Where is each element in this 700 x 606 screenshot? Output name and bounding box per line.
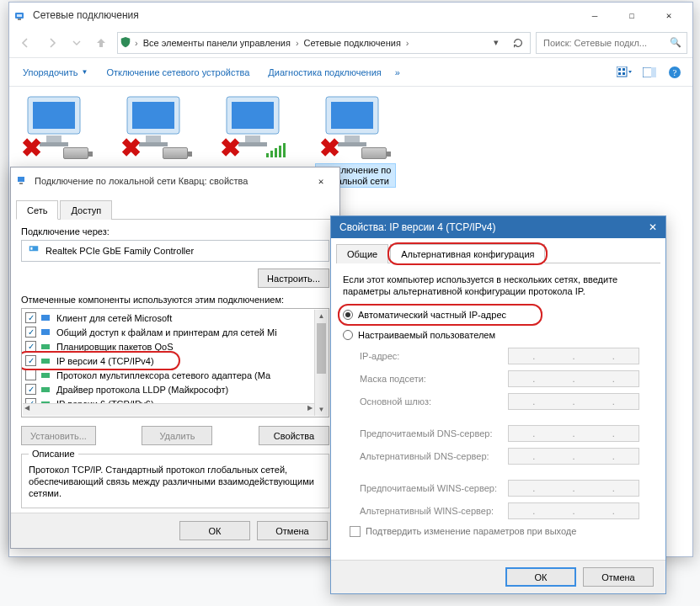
dlg2-footer: ОК Отмена xyxy=(331,560,665,593)
component-item[interactable]: ✓Протокол мультиплексора сетевого адапте… xyxy=(22,368,329,382)
dlg2-close-button[interactable]: ✕ xyxy=(649,221,657,233)
svg-rect-36 xyxy=(41,373,50,378)
field-wins2: Альтернативный WINS-сервер:... xyxy=(360,501,654,521)
svg-rect-6 xyxy=(618,72,621,75)
install-button[interactable]: Установить... xyxy=(21,426,96,445)
configure-button[interactable]: Настроить... xyxy=(258,268,329,288)
components-caption: Отмеченные компоненты используются этим … xyxy=(21,295,329,305)
svg-rect-28 xyxy=(18,177,24,182)
connection-properties-dialog: Подключение по локальной сети Кварц: сво… xyxy=(10,167,340,549)
shield-icon xyxy=(120,36,133,50)
checkbox-icon[interactable]: ✓ xyxy=(25,341,36,352)
component-item-ipv4[interactable]: ✓IP версии 4 (TCP/IPv4) xyxy=(22,354,329,368)
breadcrumb[interactable]: › Все элементы панели управления › Сетев… xyxy=(117,32,531,54)
dlg2-title: Свойства: IP версии 4 (TCP/IPv4) xyxy=(339,221,496,233)
checkbox-icon[interactable]: ✓ xyxy=(25,355,36,366)
tab-network[interactable]: Сеть xyxy=(16,200,58,220)
dlg2-body: Если этот компьютер используется в неско… xyxy=(331,263,665,544)
preview-pane-button[interactable] xyxy=(639,62,660,82)
svg-rect-33 xyxy=(41,329,50,335)
svg-rect-34 xyxy=(41,344,50,349)
more-commands[interactable]: » xyxy=(393,62,402,82)
search-box[interactable]: 🔍 xyxy=(536,32,687,54)
diagnose-button[interactable]: Диагностика подключения xyxy=(261,62,387,82)
svg-rect-9 xyxy=(651,67,656,77)
component-item[interactable]: ✓Планировщик пакетов QoS xyxy=(22,339,329,354)
list-hscrollbar[interactable]: ◀▶ xyxy=(23,403,314,416)
chevron-right-icon[interactable]: › xyxy=(406,38,409,48)
description-text: Протокол TCP/IP. Стандартный протокол гл… xyxy=(29,465,322,499)
disabled-x-icon: ✖ xyxy=(220,136,241,161)
confirm-label: Подтвердить изменение параметров при вых… xyxy=(366,526,576,536)
dlg1-footer: ОК Отмена xyxy=(11,513,339,548)
disable-device-button[interactable]: Отключение сетевого устройства xyxy=(99,62,256,82)
close-button[interactable]: ✕ xyxy=(650,3,687,27)
crumb-control-panel[interactable]: Все элементы панели управления xyxy=(140,35,294,50)
ethernet-plug-icon xyxy=(361,147,387,159)
organize-menu[interactable]: Упорядочить ▼ xyxy=(16,62,94,82)
ethernet-plug-icon xyxy=(163,147,188,159)
svg-rect-29 xyxy=(19,183,23,184)
list-scrollbar[interactable]: ▲▼ xyxy=(314,310,328,416)
up-button[interactable] xyxy=(90,32,112,54)
svg-rect-31 xyxy=(30,247,32,250)
svg-rect-25 xyxy=(331,102,373,129)
wins2-input: ... xyxy=(508,502,639,519)
crumb-network-connections[interactable]: Сетевые подключения xyxy=(301,35,404,50)
help-button[interactable]: ? xyxy=(664,62,686,82)
cancel-button[interactable]: Отмена xyxy=(257,521,328,540)
command-bar: Упорядочить ▼ Отключение сетевого устрой… xyxy=(9,58,692,87)
wifi-signal-icon xyxy=(266,142,286,157)
search-input[interactable] xyxy=(542,37,670,49)
components-list[interactable]: ✓Клиент для сетей Microsoft ✓Общий досту… xyxy=(21,308,329,417)
field-dns1: Предпочитаемый DNS-сервер:... xyxy=(360,423,654,444)
mask-input: ... xyxy=(508,370,639,387)
description-group: Описание Протокол TCP/IP. Стандартный пр… xyxy=(21,454,329,508)
svg-rect-27 xyxy=(338,142,366,146)
disabled-x-icon: ✖ xyxy=(21,136,42,161)
checkbox-icon[interactable]: ✓ xyxy=(25,384,36,395)
maximize-button[interactable]: ☐ xyxy=(613,3,650,27)
confirm-checkbox-row[interactable]: Подтвердить изменение параметров при вых… xyxy=(350,526,654,537)
radio-icon xyxy=(343,310,353,320)
checkbox-icon[interactable]: ✓ xyxy=(25,312,36,323)
refresh-button[interactable] xyxy=(508,33,528,53)
radio-icon xyxy=(343,330,353,340)
dlg1-body: Подключение через: Realtek PCIe GbE Fami… xyxy=(11,220,339,515)
tab-general[interactable]: Общие xyxy=(336,244,388,263)
svg-rect-3 xyxy=(617,66,627,77)
component-item[interactable]: ✓Клиент для сетей Microsoft xyxy=(22,311,329,325)
back-button[interactable] xyxy=(14,32,36,54)
checkbox-icon[interactable]: ✓ xyxy=(25,369,36,380)
svg-rect-14 xyxy=(46,136,61,142)
minimize-button[interactable]: — xyxy=(576,3,613,27)
forward-button[interactable] xyxy=(41,32,63,54)
chevron-right-icon[interactable]: › xyxy=(135,38,138,48)
views-dropdown[interactable] xyxy=(613,62,635,82)
chevron-right-icon[interactable]: › xyxy=(296,38,299,48)
field-dns2: Альтернативный DNS-сервер:... xyxy=(360,446,654,466)
uninstall-button[interactable]: Удалить xyxy=(142,426,212,445)
address-dropdown[interactable]: ▾ xyxy=(486,33,506,53)
svg-rect-4 xyxy=(618,68,621,71)
radio-auto-private[interactable]: Автоматический частный IP-адрес xyxy=(343,306,654,323)
ok-button[interactable]: ОК xyxy=(179,521,250,540)
ip-input: ... xyxy=(508,348,639,364)
adapter-name: Realtek PCIe GbE Family Controller xyxy=(45,246,194,256)
svg-rect-1 xyxy=(17,14,22,17)
component-item[interactable]: ✓Драйвер протокола LLDP (Майкрософт) xyxy=(22,382,329,396)
cancel-button[interactable]: Отмена xyxy=(583,567,654,587)
checkbox-icon[interactable]: ✓ xyxy=(25,327,36,338)
properties-button[interactable]: Свойства xyxy=(259,426,329,445)
dlg1-tabs: Сеть Доступ xyxy=(16,199,334,220)
radio-user-configured[interactable]: Настраиваемый пользователем xyxy=(343,327,654,343)
ok-button[interactable]: ОК xyxy=(505,567,576,587)
tab-alternative[interactable]: Альтернативная конфигурация xyxy=(390,244,545,263)
dlg1-close-button[interactable]: ✕ xyxy=(307,170,334,192)
network-icon xyxy=(16,174,29,188)
component-item[interactable]: ✓Общий доступ к файлам и принтерам для с… xyxy=(22,325,329,339)
tab-access[interactable]: Доступ xyxy=(60,200,112,220)
checkbox-icon[interactable] xyxy=(350,526,361,537)
recent-dropdown[interactable] xyxy=(68,32,85,54)
control-panel-icon xyxy=(14,8,28,22)
